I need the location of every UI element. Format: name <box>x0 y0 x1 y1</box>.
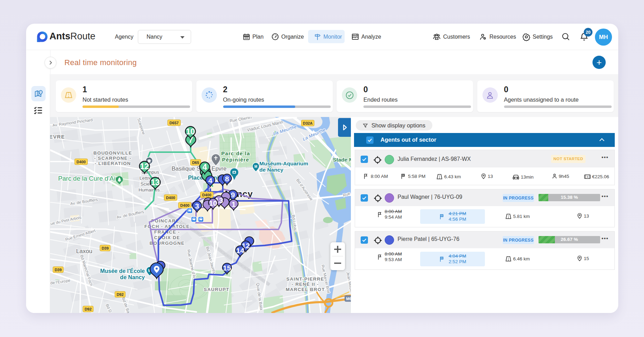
svg-text:BOUDONVILLE: BOUDONVILLE <box>93 150 132 156</box>
svg-text:MARCEL BROT: MARCEL BROT <box>286 287 325 292</box>
svg-text:14: 14 <box>236 246 244 254</box>
svg-text:- LIBÉRATION: - LIBÉRATION <box>95 161 131 166</box>
svg-text:D92: D92 <box>117 292 124 297</box>
svg-text:D32A: D32A <box>303 121 313 125</box>
svg-text:CROIX DE: CROIX DE <box>154 235 180 240</box>
svg-text:SAINT-PIERRE: SAINT-PIERRE <box>286 276 324 282</box>
svg-text:BOURGOGNE: BOURGOGNE <box>150 241 185 246</box>
svg-text:D657: D657 <box>170 121 179 125</box>
svg-text:D92: D92 <box>85 307 92 311</box>
svg-text:3: 3 <box>195 202 199 210</box>
svg-text:Humaines...: Humaines... <box>139 187 164 193</box>
svg-text:D400: D400 <box>202 193 211 197</box>
svg-text:Musée de l'École: Musée de l'École <box>100 268 145 274</box>
svg-text:12: 12 <box>140 162 149 171</box>
svg-text:D39: D39 <box>102 246 109 250</box>
svg-text:Laxou: Laxou <box>76 248 92 254</box>
svg-text:- SCARPONE -: - SCARPONE - <box>94 156 131 161</box>
svg-text:10: 10 <box>209 199 217 207</box>
svg-text:Muséum-Aquarium: Muséum-Aquarium <box>259 160 308 166</box>
svg-text:Basilique Saint-Epvre: Basilique Saint-Epvre <box>172 165 227 172</box>
svg-text:EVRE: EVRE <box>50 134 65 140</box>
svg-text:Stade Marcel P: Stade Marcel P <box>333 157 351 163</box>
svg-text:Parc de la Cure d'Air: Parc de la Cure d'Air <box>58 175 117 182</box>
svg-text:8: 8 <box>225 175 229 183</box>
svg-text:Pépinière: Pépinière <box>222 157 249 163</box>
svg-text:15: 15 <box>223 264 231 272</box>
svg-text:D400: D400 <box>180 203 189 207</box>
svg-text:- RENÉ II -: - RENÉ II - <box>292 282 319 287</box>
svg-text:D65: D65 <box>192 160 199 165</box>
svg-text:SAURUPT: SAURUPT <box>204 287 229 292</box>
svg-text:D400: D400 <box>77 160 86 164</box>
svg-text:9: 9 <box>231 191 235 199</box>
svg-text:D400: D400 <box>166 196 175 200</box>
svg-text:M6: M6 <box>346 297 351 301</box>
svg-text:de Nancy: de Nancy <box>259 167 283 173</box>
svg-text:1: 1 <box>587 175 588 178</box>
svg-text:de Nancy: de Nancy <box>120 274 145 280</box>
svg-text:10: 10 <box>186 127 195 136</box>
svg-text:FOCH - ANATOLE: FOCH - ANATOLE <box>144 224 190 229</box>
svg-text:M: M <box>254 165 257 168</box>
svg-text:4: 4 <box>202 163 207 172</box>
svg-text:13: 13 <box>151 178 160 187</box>
svg-text:Parc de la: Parc de la <box>221 150 250 156</box>
svg-text:4: 4 <box>208 177 212 185</box>
svg-text:1: 1 <box>231 200 236 208</box>
svg-text:D39: D39 <box>55 268 62 272</box>
